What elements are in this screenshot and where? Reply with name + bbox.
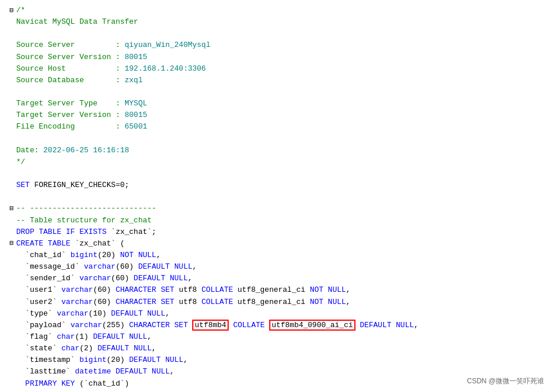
code-line: `timestamp` bigint(20) DEFAULT NULL, [16, 354, 543, 366]
code-line: DROP TABLE IF EXISTS `zx_chat`; [16, 226, 543, 238]
line-field-message-id: `message_id` varchar(60) DEFAULT NULL, [7, 261, 543, 273]
code-line [16, 86, 543, 98]
line-field-sender-id: `sender_id` varchar(60) DEFAULT NULL, [7, 273, 543, 284]
gutter: ⊟ [7, 204, 16, 214]
line-table-struct: -- Table structure for zx_chat [7, 215, 543, 226]
code-line: */ [16, 156, 543, 168]
line-src-db: Source Database : zxql [7, 75, 543, 86]
line-comment-close: */ [7, 156, 543, 168]
line-primary-key: PRIMARY KEY (`chat_id`) [7, 378, 543, 390]
gutter: ⊟ [7, 239, 16, 248]
line-divider1: ⊟ -- ---------------------------- [7, 203, 543, 214]
code-line: `payload` varchar(255) CHARACTER SET utf… [16, 320, 543, 331]
line-comment-open: ⊟ /* [7, 5, 543, 16]
watermark: CSDN @微微一笑吓死谁 [467, 376, 544, 386]
code-line: `message_id` varchar(60) DEFAULT NULL, [16, 261, 543, 273]
code-line: File Encoding : 65001 [16, 121, 543, 133]
line-field-payload: `payload` varchar(255) CHARACTER SET utf… [7, 320, 543, 331]
code-line: CREATE TABLE `zx_chat` ( [16, 238, 543, 250]
line-src-host: Source Host : 192.168.1.240:3306 [7, 63, 543, 75]
line-title: Navicat MySQL Data Transfer [7, 16, 543, 28]
code-line: Source Server : qiyuan_Win_240Mysql [16, 39, 543, 51]
line-field-user1: `user1` varchar(60) CHARACTER SET utf8 C… [7, 284, 543, 296]
code-line: -- ---------------------------- [16, 203, 543, 214]
line-field-flag: `flag` char(1) DEFAULT NULL, [7, 331, 543, 343]
code-line: -- Table structure for zx_chat [16, 215, 543, 226]
code-line [16, 28, 543, 39]
code-line: Source Server Version : 80015 [16, 52, 543, 63]
code-line: `chat_id` bigint(20) NOT NULL, [16, 250, 543, 261]
line-blank4 [7, 168, 543, 179]
line-drop: DROP TABLE IF EXISTS `zx_chat`; [7, 226, 543, 238]
code-line: `user1` varchar(60) CHARACTER SET utf8 C… [16, 284, 543, 296]
line-file-enc: File Encoding : 65001 [7, 121, 543, 133]
code-line: `lasttime` datetime DEFAULT NULL, [16, 366, 543, 378]
code-line [16, 168, 543, 179]
code-line: Date: 2022-06-25 16:16:18 [16, 145, 543, 156]
code-line [16, 191, 543, 203]
line-field-user2: `user2` varchar(60) CHARACTER SET utf8 C… [7, 296, 543, 308]
code-line: /* [16, 5, 543, 16]
line-field-state: `state` char(2) DEFAULT NULL, [7, 343, 543, 354]
line-src-server: Source Server : qiyuan_Win_240Mysql [7, 39, 543, 51]
code-line: SET FOREIGN_KEY_CHECKS=0; [16, 179, 543, 191]
line-src-version: Source Server Version : 80015 [7, 52, 543, 63]
code-line: PRIMARY KEY (`chat_id`) [16, 378, 543, 390]
code-line: `type` varchar(10) DEFAULT NULL, [16, 308, 543, 320]
code-line [16, 133, 543, 145]
code-line: `flag` char(1) DEFAULT NULL, [16, 331, 543, 343]
line-blank2 [7, 86, 543, 98]
line-field-chat-id: `chat_id` bigint(20) NOT NULL, [7, 250, 543, 261]
code-line: ) ENGINE=InnoDB DEFAULT CHARSET=utf8; [16, 390, 543, 392]
code-line: Target Server Version : 80015 [16, 109, 543, 121]
code-line: Navicat MySQL Data Transfer [16, 16, 543, 28]
line-field-type: `type` varchar(10) DEFAULT NULL, [7, 308, 543, 320]
code-line: Source Database : zxql [16, 75, 543, 86]
line-tgt-type: Target Server Type : MYSQL [7, 98, 543, 109]
code-line: `user2` varchar(60) CHARACTER SET utf8 C… [16, 296, 543, 308]
line-tgt-version: Target Server Version : 80015 [7, 109, 543, 121]
line-create-table: ⊟ CREATE TABLE `zx_chat` ( [7, 238, 543, 250]
code-line: `sender_id` varchar(60) DEFAULT NULL, [16, 273, 543, 284]
code-container: ⊟ /* Navicat MySQL Data Transfer Source … [0, 0, 550, 392]
line-engine: ) ENGINE=InnoDB DEFAULT CHARSET=utf8; [7, 390, 543, 392]
code-line: Target Server Type : MYSQL [16, 98, 543, 109]
line-blank5 [7, 191, 543, 203]
line-blank3 [7, 133, 543, 145]
line-field-timestamp: `timestamp` bigint(20) DEFAULT NULL, [7, 354, 543, 366]
line-set: SET FOREIGN_KEY_CHECKS=0; [7, 179, 543, 191]
watermark-text: CSDN @微微一笑吓死谁 [467, 377, 544, 385]
code-line: `state` char(2) DEFAULT NULL, [16, 343, 543, 354]
line-date: Date: 2022-06-25 16:16:18 [7, 145, 543, 156]
gutter: ⊟ [7, 6, 16, 16]
line-blank1 [7, 28, 543, 39]
line-field-lasttime: `lasttime` datetime DEFAULT NULL, [7, 366, 543, 378]
code-line: Source Host : 192.168.1.240:3306 [16, 63, 543, 75]
